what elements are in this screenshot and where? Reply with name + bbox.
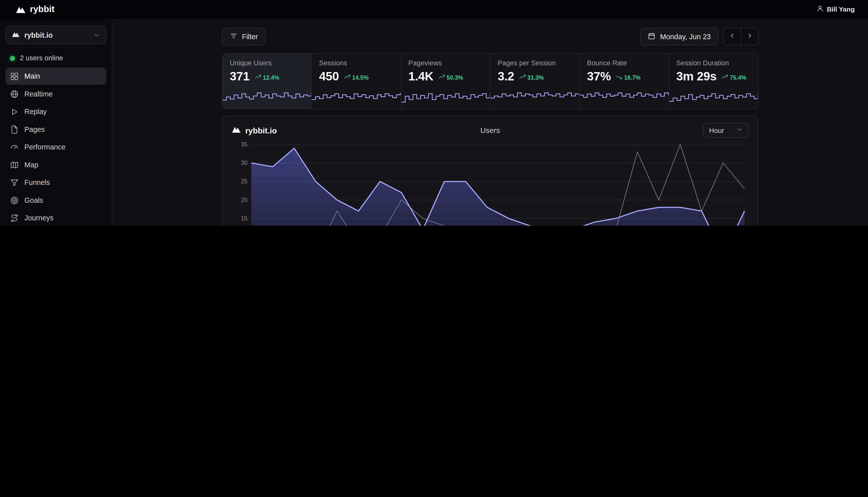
stat-change: 12.4% <box>255 74 279 81</box>
chevron-down-icon <box>736 126 743 135</box>
stat-sparkline <box>491 89 579 109</box>
sidebar-item-journeys[interactable]: Journeys <box>5 209 106 225</box>
play-icon <box>10 107 19 116</box>
trend-up-icon <box>255 74 261 81</box>
sidebar-item-label: Realtime <box>24 90 53 98</box>
file-icon <box>10 125 19 134</box>
sidebar-item-realtime[interactable]: Realtime <box>5 85 106 102</box>
stat-value: 371 <box>230 69 250 84</box>
stat-sparkline <box>669 89 758 109</box>
grid-icon <box>10 72 19 81</box>
stat-label: Session Duration <box>676 59 751 67</box>
stat-card-pageviews[interactable]: Pageviews 1.4K 50.3% <box>401 54 491 109</box>
stat-change-value: 14.5% <box>352 74 369 81</box>
stat-label: Pageviews <box>408 59 483 67</box>
stat-sparkline <box>580 89 668 109</box>
sidebar-item-map[interactable]: Map <box>5 156 106 173</box>
sidebar-item-performance[interactable]: Performance <box>5 139 106 156</box>
date-picker-button[interactable]: Monday, Jun 23 <box>640 28 719 45</box>
rybbit-logo-icon <box>231 126 241 135</box>
stat-sparkline <box>222 89 311 109</box>
sidebar-item-label: Goals <box>24 196 43 204</box>
stat-change-value: 75.4% <box>730 74 747 81</box>
sidebar-item-main[interactable]: Main <box>5 68 106 85</box>
user-icon <box>816 5 824 14</box>
stat-card-bounce-rate[interactable]: Bounce Rate 37% 16.7% <box>580 54 669 109</box>
stat-label: Unique Users <box>230 59 304 67</box>
calendar-icon <box>648 32 656 41</box>
stat-card-pages-per-session[interactable]: Pages per Session 3.2 31.3% <box>491 54 580 109</box>
sidebar-item-goals[interactable]: Goals <box>5 192 106 209</box>
stat-change-value: 12.4% <box>263 74 279 81</box>
stat-change: 75.4% <box>722 74 747 81</box>
stat-label: Pages per Session <box>497 59 572 67</box>
brand-name: rybbit <box>30 4 55 15</box>
chart-title: Users <box>480 126 500 135</box>
site-selector[interactable]: rybbit.io <box>5 25 106 44</box>
svg-text:30: 30 <box>241 159 247 166</box>
stat-sparkline <box>312 89 401 109</box>
sidebar-nav: Main Realtime Replay Pages Performance M… <box>5 68 106 226</box>
sidebar-item-label: Main <box>24 72 40 81</box>
site-name: rybbit.io <box>24 31 53 39</box>
sidebar-item-label: Map <box>24 160 39 169</box>
sidebar-item-funnels[interactable]: Funnels <box>5 174 106 191</box>
stat-value: 1.4K <box>408 69 434 84</box>
filter-button[interactable]: Filter <box>222 28 266 45</box>
stat-sparkline <box>401 89 490 109</box>
chevron-down-icon <box>93 31 100 39</box>
stat-card-session-duration[interactable]: Session Duration 3m 29s 75.4% <box>669 54 758 109</box>
rybbit-logo-icon <box>16 5 26 14</box>
site-logo-icon <box>12 31 20 39</box>
sidebar-item-pages[interactable]: Pages <box>5 120 106 138</box>
stat-label: Sessions <box>319 59 393 67</box>
svg-text:20: 20 <box>241 197 247 203</box>
svg-text:25: 25 <box>241 178 247 185</box>
map-icon <box>10 160 19 169</box>
chevron-right-icon <box>746 32 753 41</box>
sidebar-item-label: Replay <box>24 108 47 116</box>
stat-change-value: 16.7% <box>624 74 641 81</box>
chart-site-name: rybbit.io <box>245 126 277 135</box>
chevron-left-icon <box>728 32 736 41</box>
sidebar-item-label: Pages <box>24 125 45 133</box>
user-menu[interactable]: Bill Yang <box>816 5 855 14</box>
stat-value: 37% <box>587 69 611 84</box>
stat-change-value: 31.3% <box>527 74 544 81</box>
topbar: rybbit Bill Yang <box>0 0 868 19</box>
main-area: Filter Monday, Jun 23 <box>112 19 868 226</box>
date-label: Monday, Jun 23 <box>660 32 711 41</box>
next-day-button[interactable] <box>741 28 758 45</box>
trend-up-icon <box>722 74 728 81</box>
sidebar-item-label: Performance <box>24 143 66 151</box>
toolbar: Filter Monday, Jun 23 <box>222 28 758 45</box>
stat-card-sessions[interactable]: Sessions 450 14.5% <box>312 54 401 109</box>
stat-value: 450 <box>319 69 339 84</box>
sidebar-item-label: Journeys <box>24 214 54 222</box>
stat-card-unique-users[interactable]: Unique Users 371 12.4% <box>222 54 312 109</box>
interval-select[interactable]: Hour <box>703 123 749 138</box>
sidebar: rybbit.io 2 users online Main Realtime R… <box>0 19 112 226</box>
svg-text:15: 15 <box>241 215 247 222</box>
stat-change-value: 50.3% <box>447 74 463 81</box>
trend-down-icon <box>616 74 622 81</box>
brand-logo[interactable]: rybbit <box>16 4 55 15</box>
funnel-icon <box>10 178 19 187</box>
filter-label: Filter <box>242 32 258 41</box>
trend-up-icon <box>344 74 350 81</box>
globe-icon <box>10 89 19 98</box>
stat-value: 3.2 <box>497 69 514 84</box>
stat-change: 16.7% <box>616 74 641 81</box>
sidebar-item-replay[interactable]: Replay <box>5 103 106 120</box>
shell: rybbit.io 2 users online Main Realtime R… <box>0 19 868 226</box>
sidebar-item-label: Funnels <box>24 179 50 187</box>
stat-label: Bounce Rate <box>587 59 661 67</box>
interval-value: Hour <box>709 127 724 134</box>
app: rybbit Bill Yang rybbit.io 2 users onlin… <box>0 0 868 226</box>
stat-change: 14.5% <box>344 74 369 81</box>
previous-day-button[interactable] <box>724 28 741 45</box>
stat-change: 50.3% <box>438 74 463 81</box>
stat-change: 31.3% <box>519 74 544 81</box>
chart-site-brand: rybbit.io <box>231 126 480 135</box>
stat-value: 3m 29s <box>676 69 717 84</box>
